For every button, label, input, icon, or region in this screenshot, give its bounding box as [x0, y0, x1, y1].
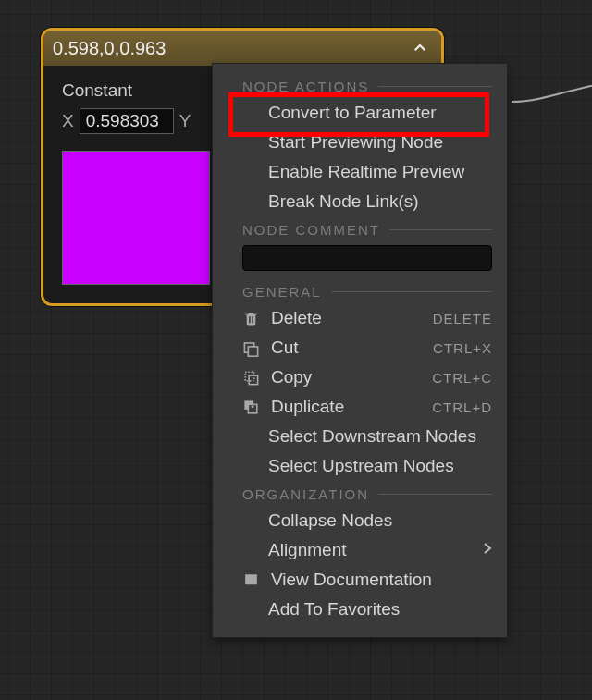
shortcut-delete: DELETE — [433, 311, 492, 326]
section-organization: ORGANIZATION — [213, 481, 507, 506]
constant-label: Constant — [62, 80, 210, 101]
context-menu[interactable]: NODE ACTIONS Convert to Parameter Start … — [212, 63, 508, 638]
axis-x-label: X — [62, 111, 74, 131]
section-node-comment: NODE COMMENT — [213, 216, 507, 241]
menu-delete[interactable]: Delete DELETE — [213, 303, 507, 333]
color-swatch — [62, 151, 210, 285]
duplicate-icon — [242, 399, 260, 416]
shortcut-cut: CTRL+X — [433, 340, 492, 356]
menu-duplicate[interactable]: Duplicate CTRL+D — [213, 392, 507, 422]
menu-select-upstream[interactable]: Select Upstream Nodes — [213, 451, 507, 481]
shortcut-duplicate: CTRL+D — [432, 399, 492, 415]
menu-view-documentation[interactable]: View Documentation — [213, 565, 507, 595]
vector-row: X Y — [62, 108, 210, 134]
chevron-right-icon — [483, 542, 492, 559]
menu-cut[interactable]: Cut CTRL+X — [213, 333, 507, 362]
node-header[interactable]: 0.598,0,0.963 — [43, 31, 441, 66]
x-input[interactable] — [80, 108, 174, 134]
comment-input[interactable] — [242, 245, 492, 271]
trash-icon — [242, 310, 260, 327]
menu-enable-realtime[interactable]: Enable Realtime Preview — [213, 157, 507, 187]
cut-icon — [242, 339, 260, 357]
node-title: 0.598,0,0.963 — [53, 38, 166, 59]
chevron-up-icon[interactable] — [412, 40, 428, 56]
menu-start-previewing[interactable]: Start Previewing Node — [213, 128, 507, 157]
menu-break-links[interactable]: Break Node Link(s) — [213, 187, 507, 216]
menu-select-downstream[interactable]: Select Downstream Nodes — [213, 422, 507, 451]
menu-convert-to-parameter[interactable]: Convert to Parameter — [213, 98, 507, 128]
shortcut-copy: CTRL+C — [432, 370, 492, 386]
copy-icon — [242, 369, 260, 387]
menu-add-to-favorites[interactable]: Add To Favorites — [213, 595, 507, 624]
section-general: GENERAL — [213, 278, 507, 303]
menu-alignment[interactable]: Alignment — [213, 535, 507, 565]
svg-rect-1 — [248, 346, 257, 355]
menu-collapse-nodes[interactable]: Collapse Nodes — [213, 506, 507, 535]
book-icon — [242, 571, 260, 589]
menu-copy[interactable]: Copy CTRL+C — [213, 362, 507, 392]
axis-y-label: Y — [179, 111, 191, 131]
section-node-actions: NODE ACTIONS — [213, 73, 507, 98]
